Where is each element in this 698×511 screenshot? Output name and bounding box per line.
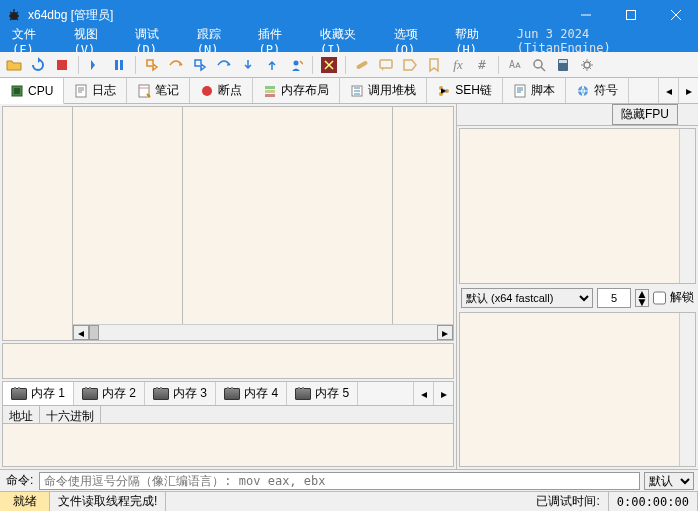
toggle-fpu-button[interactable]: 隐藏FPU	[612, 104, 678, 125]
tab-scroll-left[interactable]: ◂	[658, 78, 678, 103]
trace-over-button[interactable]	[214, 55, 234, 75]
status-debug-time: 0:00:00:00	[609, 492, 698, 511]
main-tabbar: CPU 日志 笔记 断点 内存布局 调用堆栈 SEH链 脚本 符号 ◂ ▸	[0, 78, 698, 104]
svg-point-5	[294, 60, 299, 65]
svg-rect-20	[265, 94, 275, 97]
command-bar: 命令: 默认	[0, 469, 698, 491]
command-input[interactable]	[39, 472, 640, 490]
tab-cpu[interactable]: CPU	[0, 78, 64, 104]
tab-notes[interactable]: 笔记	[127, 78, 190, 103]
run-to-user-code-button[interactable]	[286, 55, 306, 75]
registers-pane[interactable]	[459, 128, 696, 284]
app-icon	[6, 7, 22, 23]
svg-rect-4	[120, 60, 123, 70]
status-ready: 就绪	[0, 492, 50, 511]
pause-button[interactable]	[109, 55, 129, 75]
ram-icon	[11, 388, 27, 400]
open-button[interactable]	[4, 55, 24, 75]
svg-point-17	[202, 86, 212, 96]
calculator-button[interactable]	[553, 55, 573, 75]
svg-rect-14	[14, 88, 20, 94]
status-bar: 就绪 文件读取线程完成! 已调试时间: 0:00:00:00	[0, 491, 698, 511]
status-debug-label: 已调试时间:	[528, 492, 608, 511]
trace-into-button[interactable]	[190, 55, 210, 75]
registers-vscroll[interactable]	[679, 129, 695, 283]
svg-rect-18	[265, 86, 275, 89]
memory-dump-pane[interactable]: 地址十六进制	[2, 405, 454, 467]
functions-button[interactable]: fx	[448, 55, 468, 75]
patches-button[interactable]	[352, 55, 372, 75]
svg-rect-2	[57, 60, 67, 70]
memory-tabbar: 内存 1 内存 2 内存 3 内存 4 内存 5 ◂ ▸	[2, 381, 454, 405]
svg-rect-25	[515, 85, 525, 97]
variables-button[interactable]: #	[472, 55, 492, 75]
tab-seh[interactable]: SEH链	[427, 78, 503, 103]
disasm-hscroll[interactable]: ◂▸	[73, 324, 453, 340]
stop-button[interactable]	[52, 55, 72, 75]
mem-col-hex: 十六进制	[40, 406, 101, 423]
stack-pane[interactable]	[459, 312, 696, 468]
svg-rect-19	[265, 90, 275, 93]
ram-icon	[224, 388, 240, 400]
memtab-1[interactable]: 内存 1	[3, 382, 74, 405]
tab-memory-map[interactable]: 内存布局	[253, 78, 340, 103]
mem-col-address: 地址	[3, 406, 40, 423]
tab-call-stack[interactable]: 调用堆栈	[340, 78, 427, 103]
memtab-scroll-left[interactable]: ◂	[413, 382, 433, 405]
unlock-label: 解锁	[670, 289, 694, 306]
svg-point-9	[534, 60, 542, 68]
step-over-button[interactable]	[166, 55, 186, 75]
step-into-button[interactable]	[142, 55, 162, 75]
run-to-return-button[interactable]	[238, 55, 258, 75]
status-message: 文件读取线程完成!	[50, 492, 166, 511]
memtab-scroll-right[interactable]: ▸	[433, 382, 453, 405]
restart-button[interactable]	[28, 55, 48, 75]
svg-rect-15	[76, 85, 86, 97]
memtab-3[interactable]: 内存 3	[145, 382, 216, 405]
toolbar: fx # Aᴀ	[0, 52, 698, 78]
tab-script[interactable]: 脚本	[503, 78, 566, 103]
tab-log[interactable]: 日志	[64, 78, 127, 103]
svg-rect-1	[626, 11, 635, 20]
ram-icon	[295, 388, 311, 400]
run-button[interactable]	[85, 55, 105, 75]
spinner-buttons[interactable]: ▲▼	[635, 289, 649, 307]
svg-rect-11	[559, 60, 567, 63]
calling-convention-row: 默认 (x64 fastcall) ▲▼ 解锁	[457, 286, 698, 310]
bookmarks-button[interactable]	[424, 55, 444, 75]
ram-icon	[153, 388, 169, 400]
arg-count-input[interactable]	[597, 288, 631, 308]
command-label: 命令:	[0, 472, 39, 489]
info-pane[interactable]	[2, 343, 454, 379]
window-title: x64dbg [管理员]	[28, 7, 563, 24]
strings-button[interactable]: Aᴀ	[505, 55, 525, 75]
tab-breakpoints[interactable]: 断点	[190, 78, 253, 103]
settings-button[interactable]	[577, 55, 597, 75]
scylla-button[interactable]	[319, 55, 339, 75]
calling-convention-select[interactable]: 默认 (x64 fastcall)	[461, 288, 593, 308]
labels-button[interactable]	[400, 55, 420, 75]
run-to-user-button[interactable]	[262, 55, 282, 75]
menubar: 文件(F) 视图(V) 调试(D) 跟踪(N) 插件(P) 收藏夹(I) 选项(…	[0, 30, 698, 52]
tab-scroll-right[interactable]: ▸	[678, 78, 698, 103]
unlock-checkbox[interactable]	[653, 288, 666, 308]
tab-symbols[interactable]: 符号	[566, 78, 629, 103]
search-button[interactable]	[529, 55, 549, 75]
svg-rect-8	[380, 60, 392, 68]
comments-button[interactable]	[376, 55, 396, 75]
ram-icon	[82, 388, 98, 400]
command-mode-select[interactable]: 默认	[644, 472, 694, 490]
memtab-2[interactable]: 内存 2	[74, 382, 145, 405]
stack-vscroll[interactable]	[679, 313, 695, 467]
memtab-4[interactable]: 内存 4	[216, 382, 287, 405]
svg-rect-3	[115, 60, 118, 70]
svg-point-12	[584, 62, 590, 68]
disassembly-pane[interactable]: ◂▸	[2, 106, 454, 341]
svg-rect-7	[356, 60, 368, 69]
memtab-5[interactable]: 内存 5	[287, 382, 358, 405]
